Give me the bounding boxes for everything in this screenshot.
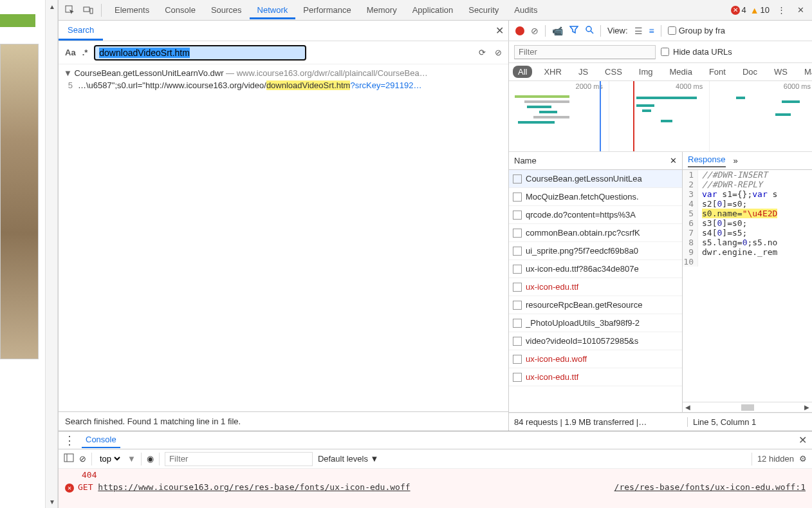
clear-console-icon[interactable]: ⊘ bbox=[79, 454, 86, 464]
more-tabs-icon[interactable]: » bbox=[734, 156, 738, 165]
search-icon[interactable] bbox=[585, 25, 594, 36]
live-expression-icon[interactable]: ◉ bbox=[147, 454, 154, 464]
search-result-line[interactable]: 5 …\u6587";s0.url="http://www.icourse163… bbox=[59, 79, 508, 91]
tick-label: 2000 ms bbox=[576, 82, 603, 90]
close-devtools-icon[interactable]: ✕ bbox=[793, 3, 808, 18]
response-hscroll[interactable]: ◀▶ bbox=[683, 402, 812, 412]
error-source[interactable]: /res/res-base/fonts/ux-icon-edu.woff:1 bbox=[614, 482, 806, 492]
tick-label: 4000 ms bbox=[676, 82, 703, 90]
clear-icon[interactable]: ⊘ bbox=[531, 26, 539, 36]
network-filter-input[interactable] bbox=[514, 45, 656, 59]
response-tab[interactable]: Response bbox=[688, 155, 726, 167]
filter-xhr[interactable]: XHR bbox=[539, 66, 566, 78]
close-search-icon[interactable]: ✕ bbox=[490, 24, 508, 37]
request-row[interactable]: ux-icon-edu.woff bbox=[509, 350, 682, 368]
console-sidebar-icon[interactable] bbox=[64, 453, 74, 465]
page-scrollbar[interactable]: ▲ ▼ bbox=[45, 0, 58, 508]
request-row[interactable]: resourceRpcBean.getResource bbox=[509, 296, 682, 314]
request-row[interactable]: ux-icon-edu.ttf bbox=[509, 368, 682, 386]
request-row[interactable]: ui_sprite.png?5f7eedcf69b8a0 bbox=[509, 242, 682, 260]
request-name: commonBean.obtain.rpc?csrfK bbox=[526, 228, 640, 238]
secondary-bar: Search ✕ ⊘ 📹 View: ☰ ≡ Group by fra bbox=[59, 21, 812, 41]
error-url[interactable]: https://www.icourse163.org/res/res-base/… bbox=[98, 482, 410, 492]
search-tab[interactable]: Search bbox=[59, 21, 103, 41]
svg-line-4 bbox=[591, 31, 593, 33]
console-filter-input[interactable] bbox=[165, 452, 313, 466]
regex-toggle[interactable]: .* bbox=[82, 48, 88, 57]
search-result-file[interactable]: ▼ CourseBean.getLessonUnitLearnVo.dwr — … bbox=[59, 67, 508, 79]
filter-all[interactable]: All bbox=[513, 66, 532, 78]
tab-application[interactable]: Application bbox=[405, 1, 461, 19]
search-input-row: Aa .* ⟳ ⊘ bbox=[59, 41, 508, 64]
request-name: ui_sprite.png?5f7eedcf69b8a0 bbox=[526, 246, 638, 256]
close-drawer-icon[interactable]: ✕ bbox=[798, 434, 807, 446]
request-row[interactable]: commonBean.obtain.rpc?csrfK bbox=[509, 224, 682, 242]
search-input[interactable] bbox=[94, 45, 306, 61]
request-row[interactable]: ux-icon-edu.ttf bbox=[509, 278, 682, 296]
response-body[interactable]: 1//#DWR-INSERT2//#DWR-REPLY3var s1={};va… bbox=[683, 170, 812, 402]
large-rows-icon[interactable]: ☰ bbox=[634, 26, 643, 36]
filter-manifest[interactable]: Manifest bbox=[799, 66, 812, 78]
refresh-icon[interactable]: ⟳ bbox=[479, 48, 486, 57]
inspect-icon[interactable] bbox=[62, 3, 78, 18]
main-split: Aa .* ⟳ ⊘ ▼ CourseBean.getLessonUnitLear… bbox=[59, 41, 812, 431]
close-detail-icon[interactable]: ✕ bbox=[670, 156, 677, 165]
view-label: View: bbox=[607, 26, 628, 35]
drawer-menu-icon[interactable]: ⋮ bbox=[64, 433, 75, 447]
tab-elements[interactable]: Elements bbox=[107, 1, 157, 19]
cursor-position: Line 5, Column 1 bbox=[688, 417, 807, 427]
context-selector[interactable]: top bbox=[97, 453, 122, 464]
tab-performance[interactable]: Performance bbox=[295, 1, 358, 19]
console-settings-icon[interactable]: ⚙ bbox=[799, 454, 807, 464]
group-by-frame-checkbox[interactable]: Group by fra bbox=[668, 26, 725, 35]
clear-search-icon[interactable]: ⊘ bbox=[495, 48, 502, 57]
hide-data-urls-checkbox[interactable]: Hide data URLs bbox=[661, 47, 732, 57]
svg-rect-1 bbox=[84, 7, 89, 12]
filter-img[interactable]: Img bbox=[634, 66, 658, 78]
console-message[interactable]: ✕GET https://www.icourse163.org/res/res-… bbox=[59, 481, 812, 494]
tab-sources[interactable]: Sources bbox=[203, 1, 250, 19]
filter-ws[interactable]: WS bbox=[769, 66, 793, 78]
log-levels-selector[interactable]: Default levels ▼ bbox=[318, 454, 379, 464]
tick-label: 6000 ms bbox=[784, 82, 811, 90]
waterfall-icon[interactable]: ≡ bbox=[649, 26, 654, 36]
case-sensitive-toggle[interactable]: Aa bbox=[65, 48, 76, 57]
scroll-down-arrow[interactable]: ▼ bbox=[46, 495, 59, 508]
request-row[interactable]: qrcode.do?content=https%3A bbox=[509, 206, 682, 224]
code-line: //#DWR-INSERT bbox=[698, 170, 768, 180]
request-row[interactable]: _PhotoUploadUtils_3baf98f9-2 bbox=[509, 314, 682, 332]
kebab-menu-icon[interactable]: ⋮ bbox=[773, 3, 789, 18]
request-row[interactable]: MocQuizBean.fetchQuestions. bbox=[509, 188, 682, 206]
filter-js[interactable]: JS bbox=[573, 66, 593, 78]
scroll-up-arrow[interactable]: ▲ bbox=[46, 0, 59, 13]
filter-font[interactable]: Font bbox=[704, 66, 731, 78]
result-filepath: — www.icourse163.org/dwr/call/plaincall/… bbox=[226, 68, 428, 78]
tab-audits[interactable]: Audits bbox=[506, 1, 545, 19]
error-count[interactable]: ✕4 bbox=[731, 5, 746, 15]
tab-security[interactable]: Security bbox=[461, 1, 506, 19]
code-line: //#DWR-REPLY bbox=[698, 180, 762, 189]
resource-type-filters: AllXHRJSCSSImgMediaFontDocWSManifestO bbox=[509, 63, 812, 81]
warning-count[interactable]: ▲10 bbox=[750, 5, 770, 15]
tab-console[interactable]: Console bbox=[157, 1, 203, 19]
name-column-header[interactable]: Name bbox=[514, 156, 537, 165]
filter-css[interactable]: CSS bbox=[600, 66, 627, 78]
filter-doc[interactable]: Doc bbox=[737, 66, 762, 78]
request-row[interactable]: video?videoId=1010572985&s bbox=[509, 332, 682, 350]
tab-memory[interactable]: Memory bbox=[359, 1, 405, 19]
request-name: ux-icon-edu.ttf bbox=[526, 372, 578, 382]
request-name: qrcode.do?content=https%3A bbox=[526, 210, 636, 220]
camera-icon[interactable]: 📹 bbox=[552, 26, 563, 36]
console-message[interactable]: 404 bbox=[59, 469, 812, 481]
filter-icon[interactable] bbox=[569, 25, 578, 36]
tab-network[interactable]: Network bbox=[250, 1, 296, 19]
filter-media[interactable]: Media bbox=[664, 66, 697, 78]
record-icon[interactable] bbox=[515, 26, 524, 35]
device-toggle-icon[interactable] bbox=[80, 3, 96, 18]
console-tab[interactable]: Console bbox=[82, 432, 120, 448]
network-timeline[interactable]: 2000 ms 4000 ms 6000 ms bbox=[509, 81, 812, 152]
request-row[interactable]: ux-icon-edu.ttf?86ac34de807e bbox=[509, 260, 682, 278]
code-line: s5.lang=0;s5.no bbox=[698, 238, 777, 247]
request-row[interactable]: CourseBean.getLessonUnitLea bbox=[509, 170, 682, 188]
hidden-count[interactable]: 12 hidden bbox=[757, 454, 794, 464]
